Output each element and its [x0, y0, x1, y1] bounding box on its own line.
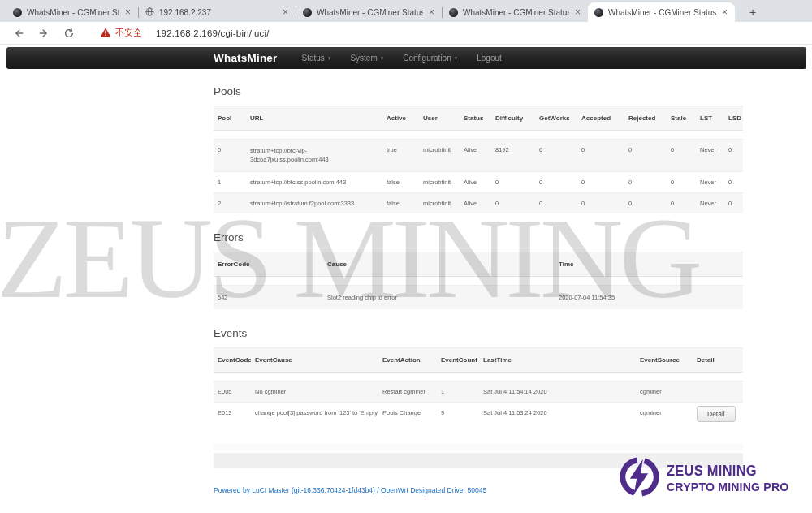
whatsminer-favicon-icon [449, 8, 458, 17]
table-header-row: EventCodeEventCauseEventActionEventCount… [214, 347, 743, 372]
nav-item-logout[interactable]: Logout [477, 54, 502, 63]
tab-title: WhatsMiner - CGMiner Status [27, 8, 119, 17]
tab-close-icon[interactable]: × [574, 7, 581, 17]
table-row: 1 stratum+tcp://btc.ss.poolin.com:443 fa… [214, 171, 743, 192]
table-header-row: PoolURLActiveUserStatusDifficultyGetWork… [214, 106, 743, 131]
browser-tab[interactable]: WhatsMiner - CGMiner Status × [6, 2, 138, 22]
table-row: 542 Slot2 reading chip id error 2020-07-… [214, 285, 743, 309]
security-warning-label: 不安全 [115, 27, 142, 39]
tab-strip: WhatsMiner - CGMiner Status × 192.168.2.… [0, 0, 812, 22]
errors-section-title: Errors [214, 231, 743, 244]
nav-item-configuration[interactable]: Configuration▾ [403, 54, 457, 63]
nav-item-system[interactable]: System▾ [350, 54, 383, 63]
table-row: E013 change pool[3] password from '123' … [214, 402, 743, 425]
powered-by-link[interactable]: Powered by LuCI Master (git-16.336.70424… [214, 486, 486, 494]
tab-close-icon[interactable]: × [124, 7, 132, 17]
browser-tab[interactable]: WhatsMiner - CGMiner Status × [443, 2, 588, 22]
chevron-down-icon: ▾ [381, 55, 384, 62]
tab-title: WhatsMiner - CGMiner Status [463, 8, 569, 17]
tab-title: 192.168.2.237 [159, 8, 277, 17]
events-table: EventCodeEventCauseEventActionEventCount… [214, 347, 743, 425]
whatsminer-favicon-icon [303, 8, 312, 17]
browser-tab[interactable]: 192.168.2.237 × [139, 2, 296, 22]
browser-tab-active[interactable]: WhatsMiner - CGMiner Status × [588, 2, 735, 22]
whatsminer-favicon-icon [594, 8, 603, 17]
pools-section-title: Pools [214, 85, 743, 97]
security-warning[interactable]: 不安全 [100, 26, 142, 41]
errors-table: ErrorCodeCauseTime 542 Slot2 reading chi… [214, 252, 743, 309]
zeus-mining-logo: ZEUS MINING CRYPTO MINING PRO [619, 456, 797, 501]
site-navbar: WhatsMiner Status▾ System▾ Configuration… [6, 47, 806, 69]
address-separator [149, 28, 149, 39]
forward-icon[interactable] [38, 28, 50, 39]
logo-line1: ZEUS MINING [667, 463, 788, 479]
tab-close-icon[interactable]: × [282, 7, 289, 17]
detail-button[interactable]: Detail [697, 406, 736, 422]
events-section-title: Events [214, 327, 743, 339]
nav-menu: Status▾ System▾ Configuration▾ Logout [302, 54, 521, 63]
tab-close-icon[interactable]: × [428, 7, 435, 17]
whatsminer-favicon-icon [13, 8, 22, 17]
address-bar[interactable]: 不安全 192.168.2.169/cgi-bin/luci/ [0, 22, 812, 45]
pools-table: PoolURLActiveUserStatusDifficultyGetWork… [214, 106, 743, 213]
brand-link[interactable]: WhatsMiner [214, 52, 278, 64]
browser-tab[interactable]: WhatsMiner - CGMiner Status × [296, 2, 442, 22]
tab-close-icon[interactable]: × [721, 7, 728, 17]
new-tab-button[interactable]: + [745, 4, 761, 20]
table-row: 2 stratum+tcp://stratum.f2pool.com:3333 … [214, 192, 743, 213]
url-text[interactable]: 192.168.2.169/cgi-bin/luci/ [156, 28, 270, 38]
empty-strip [214, 443, 743, 450]
table-header-row: ErrorCodeCauseTime [214, 252, 743, 276]
table-row: E005 No cgminer Restart cgminer 1 Sat Ju… [214, 381, 743, 402]
reload-icon[interactable] [63, 28, 75, 39]
logo-text: ZEUS MINING CRYPTO MINING PRO [667, 463, 788, 494]
back-icon[interactable] [13, 28, 24, 39]
globe-favicon-icon [145, 5, 154, 19]
page-content: Pools PoolURLActiveUserStatusDifficultyG… [214, 69, 743, 494]
tab-title: WhatsMiner - CGMiner Status [608, 8, 716, 17]
logo-line2: CRYPTO MINING PRO [667, 480, 788, 494]
warning-triangle-icon [100, 26, 111, 41]
chevron-down-icon: ▾ [455, 55, 458, 62]
table-row: 0 stratum+tcp://btc-vip-3dcoa7jxu.ss.poo… [214, 140, 743, 172]
browser-window: WhatsMiner - CGMiner Status × 192.168.2.… [0, 0, 812, 513]
lightning-bolt-icon [619, 456, 660, 501]
nav-item-status[interactable]: Status▾ [302, 54, 331, 63]
chevron-down-icon: ▾ [328, 55, 331, 62]
tab-title: WhatsMiner - CGMiner Status [317, 8, 423, 17]
